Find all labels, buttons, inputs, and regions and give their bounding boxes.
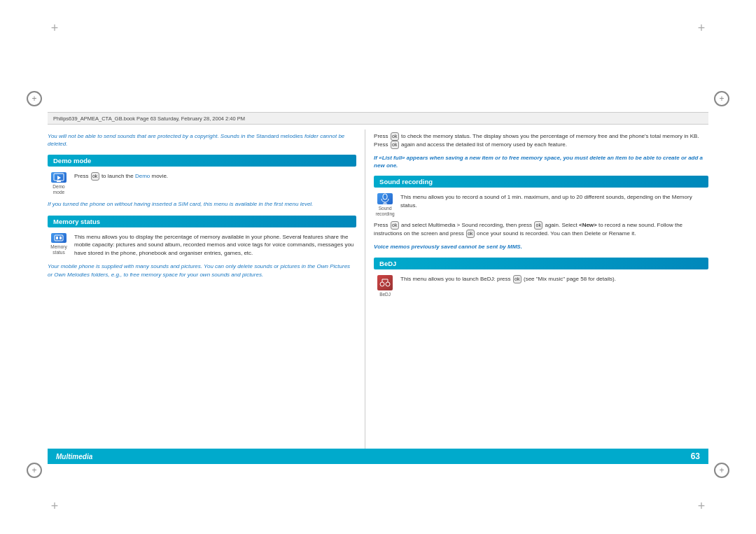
list-full-note: If «List full» appears when saving a new… — [374, 152, 708, 171]
demo-mode-icon — [51, 172, 66, 182]
memory-status-label: Memory status — [48, 244, 70, 255]
sound-new-label: <New> — [579, 222, 597, 228]
memory-status-icon-block: Memory status — [48, 233, 70, 255]
svg-rect-1 — [57, 181, 61, 182]
bottom-right-cross — [694, 499, 708, 513]
bedj-icon — [377, 275, 393, 290]
copyright-note-text: You will not be able to send sounds that… — [48, 133, 344, 147]
footer-section: Multimedia — [56, 453, 92, 461]
left-column: You will not be able to send sounds that… — [48, 129, 365, 450]
bottom-registration-area — [48, 499, 708, 513]
reg-mark-bl — [27, 463, 42, 478]
memory-check-paragraph: Press ok to check the memory status. The… — [374, 132, 708, 149]
svg-rect-3 — [55, 235, 63, 241]
sound-recording-icon — [377, 193, 393, 204]
reg-mark-tl — [27, 91, 42, 106]
memory-status-header: Memory status — [48, 216, 356, 227]
sim-note: If you turned the phone on without havin… — [48, 197, 356, 211]
memory-status-text: This menu allows you to display the perc… — [74, 233, 356, 258]
demo-ok-btn: ok — [91, 172, 99, 181]
sound-delete-link: Delete — [584, 230, 601, 237]
sound-recording-label: Sound recording — [374, 206, 396, 217]
demo-mode-text: Press ok to launch the Demo movie. — [74, 172, 356, 181]
sound-recording-block: Sound recording This menu allows you to … — [374, 193, 708, 216]
main-content: You will not be able to send sounds that… — [48, 129, 708, 450]
svg-marker-2 — [57, 176, 61, 180]
memory-status-block: Memory status This menu allows you to di… — [48, 233, 356, 258]
sound-recording-text: This menu allows you to record a sound o… — [400, 193, 708, 209]
sound-ok-btn3: ok — [466, 230, 475, 238]
voice-memo-note: Voice memos previously saved cannot be s… — [374, 241, 708, 253]
svg-rect-6 — [383, 194, 387, 199]
bedj-text: This menu allows you to launch BeDJ: pre… — [400, 275, 708, 283]
bedj-block: BeDJ This menu allows you to launch BeDJ… — [374, 275, 708, 297]
top-left-cross — [48, 21, 62, 35]
reg-mark-br — [714, 463, 729, 478]
demo-mode-block: Demo mode Press ok to launch the Demo mo… — [48, 172, 356, 195]
top-right-cross — [694, 21, 708, 35]
right-column: Press ok to check the memory status. The… — [365, 129, 708, 450]
header-text: Philips639_APMEA_CTA_GB.book Page 63 Sat… — [53, 115, 245, 122]
memory-status-icon — [51, 233, 66, 243]
bedj-label: BeDJ — [379, 292, 391, 297]
bedj-ok-btn: ok — [513, 275, 522, 283]
svg-rect-5 — [59, 237, 62, 239]
copyright-note: You will not be able to send sounds that… — [48, 129, 356, 150]
demo-mode-label: Demo mode — [48, 184, 70, 195]
sound-recording-header: Sound recording — [374, 176, 708, 188]
demo-mode-icon-block: Demo mode — [48, 172, 70, 195]
sound-ok-btn2: ok — [534, 221, 542, 230]
demo-link: Demo — [135, 173, 150, 179]
sound-ok-btn1: ok — [391, 221, 399, 230]
svg-point-9 — [380, 282, 384, 286]
header-bar: Philips639_APMEA_CTA_GB.book Page 63 Sat… — [48, 112, 708, 125]
top-registration-area — [48, 21, 708, 35]
sound-menu-link: Multimedia > Sound recording — [428, 222, 503, 228]
sound-recording-icon-block: Sound recording — [374, 193, 396, 216]
reg-mark-tr — [714, 91, 729, 106]
demo-mode-header: Demo mode — [48, 155, 356, 167]
bedj-header: BeDJ — [374, 258, 708, 269]
svg-point-10 — [386, 282, 390, 286]
memory-ok-btn2: ok — [391, 141, 399, 149]
footer-page-number: 63 — [691, 451, 700, 461]
sound-rename-link: Rename — [609, 230, 630, 237]
svg-rect-4 — [56, 237, 58, 239]
mobile-note: Your mobile phone is supplied with many … — [48, 260, 356, 281]
page: Philips639_APMEA_CTA_GB.book Page 63 Sat… — [0, 0, 756, 534]
sound-press-paragraph: Press ok and select Multimedia > Sound r… — [374, 221, 708, 238]
bedj-icon-block: BeDJ — [374, 275, 396, 297]
footer-bar: Multimedia 63 — [48, 449, 708, 464]
memory-ok-btn1: ok — [391, 132, 399, 141]
bottom-left-cross — [48, 499, 62, 513]
